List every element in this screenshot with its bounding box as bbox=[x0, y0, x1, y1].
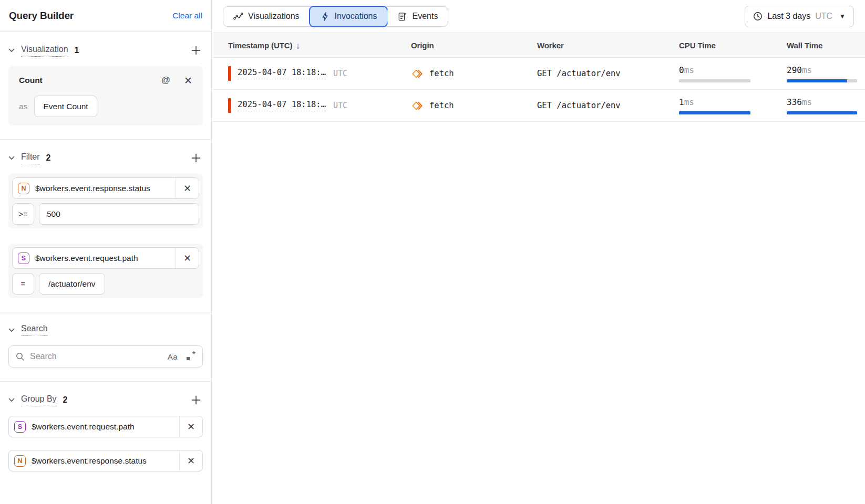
visualization-section-header: Visualization 1 bbox=[8, 44, 203, 57]
timestamp-timezone: UTC bbox=[333, 69, 347, 78]
visualization-section: Visualization 1 Count @ ✕ as Event Count bbox=[0, 32, 211, 140]
filter-field-selector[interactable]: N $workers.event.response.status ✕ bbox=[12, 177, 199, 199]
wall-time-cell: 336ms bbox=[787, 97, 865, 114]
time-range-timezone: UTC bbox=[815, 12, 832, 21]
plus-icon bbox=[191, 153, 201, 163]
chevron-down-icon[interactable] bbox=[8, 398, 15, 402]
origin-cell: fetch bbox=[411, 68, 537, 80]
error-severity-bar bbox=[228, 66, 231, 81]
filter-operator-selector[interactable]: = bbox=[12, 273, 34, 295]
group-by-count: 2 bbox=[63, 395, 68, 405]
alias-chip[interactable]: Event Count bbox=[34, 96, 97, 117]
cpu-time-value: 1 bbox=[679, 97, 684, 107]
tab-events[interactable]: Events bbox=[387, 7, 448, 26]
remove-group-by-button[interactable]: ✕ bbox=[179, 416, 202, 437]
search-section-label: Search bbox=[21, 324, 48, 336]
visualization-count: 1 bbox=[75, 46, 79, 55]
cpu-time-bar bbox=[679, 79, 750, 82]
filter-count: 2 bbox=[46, 153, 51, 163]
string-type-icon: S bbox=[18, 253, 29, 264]
group-by-section: Group By 2 S $workers.event.request.path… bbox=[0, 382, 211, 504]
search-section-header: Search bbox=[8, 324, 203, 336]
origin-value: fetch bbox=[429, 101, 454, 110]
add-visualization-button[interactable] bbox=[189, 44, 203, 57]
column-header-wall-time[interactable]: Wall Time bbox=[787, 41, 865, 50]
wall-time-bar bbox=[787, 79, 857, 82]
table-row[interactable]: 2025-04-07 18:18:… UTC fetch GET /actuat… bbox=[212, 58, 865, 90]
cpu-time-cell: 0ms bbox=[679, 65, 787, 82]
filter-value-input[interactable] bbox=[39, 203, 199, 225]
group-by-field-selector[interactable]: N $workers.event.response.status ✕ bbox=[8, 450, 203, 471]
column-header-origin[interactable]: Origin bbox=[411, 41, 537, 50]
filter-section: Filter 2 N $workers.event.response.statu… bbox=[0, 140, 211, 312]
plus-icon bbox=[191, 45, 201, 56]
cpu-time-bar bbox=[679, 111, 750, 114]
wall-time-unit: ms bbox=[802, 65, 812, 75]
wall-time-bar bbox=[787, 111, 857, 114]
caret-down-icon: ▼ bbox=[839, 13, 846, 20]
filter-card: N $workers.event.response.status ✕ >= bbox=[8, 174, 203, 228]
timestamp-value[interactable]: 2025-04-07 18:18:… bbox=[238, 68, 326, 79]
remove-group-by-button[interactable]: ✕ bbox=[179, 450, 202, 471]
clear-all-link[interactable]: Clear all bbox=[172, 11, 202, 20]
timestamp-value[interactable]: 2025-04-07 18:18:… bbox=[238, 100, 326, 111]
sidebar-header: Query Builder Clear all bbox=[0, 0, 211, 32]
regex-icon[interactable]: * bbox=[186, 352, 195, 361]
filter-field-name: $workers.event.request.path bbox=[35, 254, 138, 263]
column-header-worker[interactable]: Worker bbox=[537, 41, 679, 50]
main-content: Visualizations Invocations Events bbox=[212, 0, 865, 504]
match-case-icon[interactable]: Aa bbox=[168, 352, 178, 361]
origin-value: fetch bbox=[429, 69, 454, 78]
filter-field-selector[interactable]: S $workers.event.request.path ✕ bbox=[12, 247, 199, 269]
timestamp-cell: 2025-04-07 18:18:… UTC bbox=[212, 98, 411, 113]
tab-visualizations[interactable]: Visualizations bbox=[223, 7, 310, 26]
remove-filter-button[interactable]: ✕ bbox=[176, 177, 199, 199]
chevron-down-icon[interactable] bbox=[8, 156, 15, 160]
column-header-timestamp[interactable]: Timestamp (UTC) ↓ bbox=[212, 41, 411, 50]
metric-name: Count bbox=[19, 76, 43, 85]
cpu-time-cell: 1ms bbox=[679, 97, 787, 114]
tab-label: Invocations bbox=[335, 12, 377, 21]
remove-visualization-button[interactable]: ✕ bbox=[184, 76, 192, 86]
origin-cell: fetch bbox=[411, 100, 537, 112]
chevron-down-icon[interactable] bbox=[8, 48, 15, 52]
line-chart-icon bbox=[233, 12, 243, 22]
error-severity-bar bbox=[228, 98, 231, 113]
add-group-by-button[interactable] bbox=[189, 393, 203, 407]
group-by-field-selector[interactable]: S $workers.event.request.path ✕ bbox=[8, 416, 203, 437]
topbar: Visualizations Invocations Events bbox=[212, 0, 865, 33]
search-box: Aa * bbox=[8, 345, 203, 368]
lightning-bolt-icon bbox=[320, 12, 330, 22]
wall-time-value: 336 bbox=[787, 97, 802, 107]
filter-section-header: Filter 2 bbox=[8, 151, 203, 165]
remove-filter-button[interactable]: ✕ bbox=[176, 247, 199, 269]
visualization-card: Count @ ✕ as Event Count bbox=[8, 66, 203, 125]
search-section: Search Aa * bbox=[0, 312, 211, 382]
group-by-field-name: $workers.event.response.status bbox=[32, 456, 147, 466]
filter-value-chip[interactable]: /actuator/env bbox=[39, 273, 105, 295]
plus-icon bbox=[191, 395, 201, 405]
table-row[interactable]: 2025-04-07 18:18:… UTC fetch GET /actuat… bbox=[212, 90, 865, 122]
group-by-section-header: Group By 2 bbox=[8, 393, 203, 407]
group-by-section-label: Group By bbox=[21, 394, 57, 406]
tab-invocations[interactable]: Invocations bbox=[309, 6, 388, 27]
chevron-down-icon[interactable] bbox=[8, 328, 15, 332]
group-by-field-name: $workers.event.request.path bbox=[32, 422, 135, 432]
timestamp-timezone: UTC bbox=[333, 101, 347, 110]
worker-value: GET /actuator/env bbox=[537, 69, 679, 78]
filter-operator-selector[interactable]: >= bbox=[12, 203, 34, 225]
search-input[interactable] bbox=[30, 352, 162, 361]
wall-time-value: 290 bbox=[787, 65, 802, 75]
string-type-icon: S bbox=[14, 421, 26, 433]
time-range-dropdown[interactable]: Last 3 days UTC ▼ bbox=[745, 6, 854, 27]
at-icon[interactable]: @ bbox=[161, 75, 170, 86]
filter-section-label: Filter bbox=[21, 152, 40, 164]
timestamp-cell: 2025-04-07 18:18:… UTC bbox=[212, 66, 411, 81]
table-header: Timestamp (UTC) ↓ Origin Worker CPU Time… bbox=[212, 33, 865, 58]
cpu-time-unit: ms bbox=[684, 65, 694, 75]
add-filter-button[interactable] bbox=[189, 151, 203, 165]
wall-time-unit: ms bbox=[802, 97, 812, 107]
page-title: Query Builder bbox=[9, 10, 74, 22]
column-header-cpu-time[interactable]: CPU Time bbox=[679, 41, 787, 50]
table-empty-area bbox=[212, 122, 865, 504]
